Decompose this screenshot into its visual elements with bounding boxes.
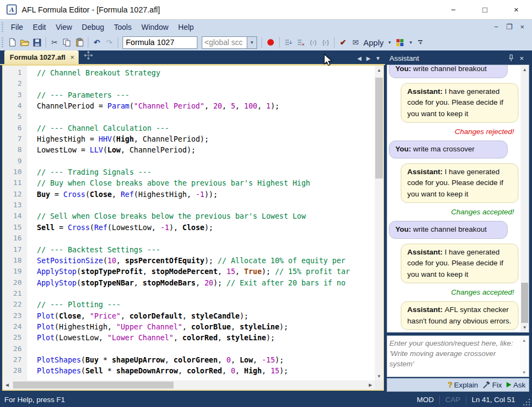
input-scrollbar[interactable]: ▲ ▼ [520,336,528,376]
explain-button[interactable]: ? Explain [448,380,478,389]
minimize-icon[interactable]: − [438,1,469,19]
chevron-down-icon[interactable]: ▼ [247,37,257,48]
code-line: ApplyStop(stopTypeNBar, stopModeBars, 20… [37,277,375,288]
chat-scroll-up-icon[interactable]: ▲ [521,66,529,74]
redo-icon[interactable]: ↷ [103,36,116,49]
toolbar-separator [261,37,262,48]
clear-marks-icon[interactable] [294,36,307,49]
chat-scroll-down-icon[interactable]: ▼ [521,323,529,332]
maximize-icon[interactable]: □ [469,1,501,19]
menu-item-file[interactable]: File [6,21,28,33]
assistant-title: Assistant [389,54,419,62]
code-line [37,156,375,167]
new-file-icon[interactable] [6,36,18,49]
mdi-minimize-icon[interactable]: − [490,22,503,33]
explain-icon: ? [448,380,453,389]
editor-vertical-scrollbar[interactable]: ▲ ▼ [375,66,383,380]
toolbar-grip[interactable] [2,22,3,32]
insert-indicator-icon[interactable] [394,36,406,49]
tab-next-icon[interactable]: ▶ [366,55,370,61]
svg-text:{↑}: {↑} [323,40,329,46]
fix-button[interactable]: Fix [483,381,502,389]
send-to-analysis-icon[interactable]: ✉ [349,36,362,49]
chat-scrollbar[interactable]: ▲ ▼ [521,66,529,332]
chat-messages: You: write channel breakoutAssistant: I … [387,65,521,332]
line-number: 27 [3,354,27,365]
tab-formula-1027[interactable]: Formula 1027.afl × [4,50,79,64]
code-editor: 1234567891011121314151617181920212223242… [2,65,384,391]
input-scroll-up-icon[interactable]: ▲ [520,336,528,344]
apply-button[interactable]: Apply [363,38,384,47]
scroll-right-icon[interactable]: ▶ [366,380,375,390]
horizontal-scroll-thumb[interactable] [13,381,174,389]
goto-line-icon[interactable] [282,36,294,49]
code-area[interactable]: // Channel Breakout Strategy// --- Param… [27,66,375,380]
mdi-close-icon[interactable]: × [516,22,529,33]
apply-dropdown-icon[interactable]: ▼ [388,40,392,45]
code-line [37,288,375,299]
toolbar-overflow-icon[interactable]: ▼ [418,40,422,44]
panel-close-icon[interactable]: × [516,53,527,63]
chat-status-accepted: Changes accepted! [387,288,514,296]
menu-item-window[interactable]: Window [137,21,174,33]
menu-item-tools[interactable]: Tools [109,21,137,33]
menu-item-view[interactable]: View [51,21,77,33]
scroll-up-icon[interactable]: ▲ [375,66,383,74]
tab-list-icon[interactable]: ▼ [375,55,381,61]
line-number: 7 [3,133,27,144]
verify-syntax-icon[interactable]: ✔ [337,36,349,49]
pin-icon[interactable] [505,53,516,63]
formula-name-input[interactable] [123,36,197,49]
fix-hammer-icon [483,381,490,389]
insert-dropdown-icon[interactable]: ▼ [408,40,413,45]
toolbar-grip-2[interactable] [2,37,3,47]
undo-icon[interactable]: ↶ [91,36,103,49]
assistant-message-bubble: Assistant: I have generated code for you… [401,83,518,123]
capslock-indicator: CAP [440,396,466,404]
tab-close-icon[interactable]: × [70,53,75,61]
mdi-restore-icon[interactable]: ❐ [503,22,516,33]
paste-icon[interactable] [73,36,86,49]
chat-scroll-thumb[interactable] [521,283,528,323]
close-icon[interactable]: × [501,1,532,19]
code-line: PlotShapes(Buy * shapeUpArrow, colorGree… [37,354,375,365]
prev-bookmark-icon[interactable]: (↑) [307,36,319,49]
open-file-icon[interactable] [18,36,31,49]
scroll-left-icon[interactable]: ◀ [3,380,11,390]
line-number: 20 [3,277,27,288]
scope-combobox[interactable]: <global scc ▼ [202,36,257,49]
menu-item-edit[interactable]: Edit [28,21,51,33]
line-number: 12 [3,189,27,200]
line-number: 21 [3,288,27,299]
scroll-down-icon[interactable]: ▼ [375,372,383,380]
copy-icon[interactable] [61,36,73,49]
assistant-header[interactable]: Assistant × [387,52,529,65]
user-message-bubble: You: write ma crossover [389,141,508,158]
next-bookmark-icon[interactable]: {↑} [319,36,332,49]
resize-grip-icon[interactable] [523,398,530,406]
menu-bar: FileEditViewDebugToolsWindowHelp − ❐ × [0,20,532,34]
line-number: 18 [3,255,27,266]
line-number: 22 [3,299,27,310]
assistant-panel: Assistant × You: write channel breakoutA… [387,52,529,392]
line-number: 28 [3,365,27,376]
menu-item-debug[interactable]: Debug [77,21,109,33]
record-icon[interactable] [267,39,274,46]
menu-item-help[interactable]: Help [174,21,199,33]
vertical-scroll-thumb[interactable] [375,78,383,179]
dock-move-icon[interactable] [84,51,93,62]
line-number: 23 [3,310,27,321]
title-bar: A AFL Formula Editor - [Formula 1027.afl… [0,0,532,20]
tab-prev-icon[interactable]: ◀ [357,55,362,61]
input-scroll-down-icon[interactable]: ▼ [520,368,528,376]
code-line: // --- Plotting --- [37,299,375,310]
ask-button[interactable]: Ask [507,381,525,389]
toolbar-separator [46,37,46,48]
toolbar-separator [279,37,280,48]
user-message-bubble: You: write channel breakout [389,65,508,78]
code-line: // --- Parameters --- [37,90,375,100]
editor-horizontal-scrollbar[interactable]: ◀ ▶ [3,380,375,390]
cut-icon[interactable]: ✂ [48,36,61,49]
save-icon[interactable] [31,36,43,49]
question-input[interactable] [388,337,520,376]
